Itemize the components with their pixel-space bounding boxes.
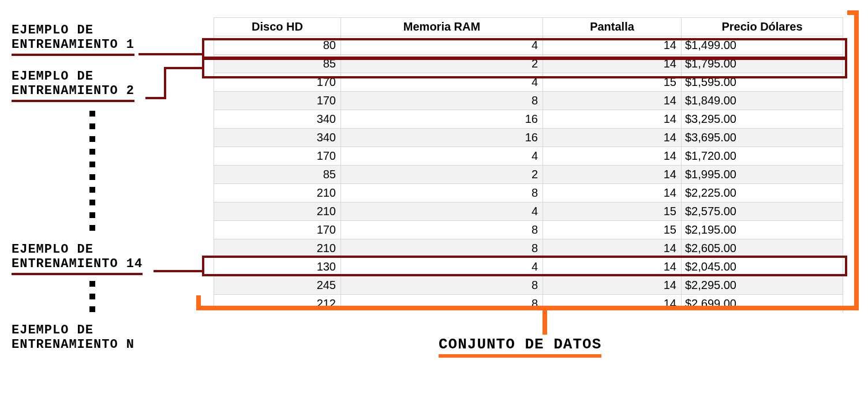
cell-ram: 16 <box>341 129 543 147</box>
cell-ram: 8 <box>341 276 543 295</box>
table-row: 3401614$3,695.00 <box>214 129 843 147</box>
table-row: 80414$1,499.00 <box>214 36 843 55</box>
dataset-table-wrap: Disco HD Memoria RAM Pantalla Precio Dól… <box>214 17 843 313</box>
bracket-bottom-left-stub <box>196 295 201 310</box>
table-row: 170414$1,720.00 <box>214 147 843 166</box>
training-example-1-label: EJEMPLO DE ENTRENAMIENTO 1 <box>12 23 196 56</box>
cell-hd: 210 <box>214 239 341 258</box>
cell-precio: $2,225.00 <box>682 184 843 202</box>
cell-hd: 340 <box>214 129 341 147</box>
label-text: ENTRENAMIENTO N <box>12 337 134 352</box>
cell-precio: $1,720.00 <box>682 147 843 166</box>
cell-precio: $1,595.00 <box>682 73 843 92</box>
leader-line <box>139 53 202 55</box>
cell-pantalla: 14 <box>543 258 682 276</box>
label-text: ENTRENAMIENTO 1 <box>12 37 134 52</box>
cell-hd: 170 <box>214 221 341 239</box>
table-row: 85214$1,995.00 <box>214 166 843 184</box>
cell-pantalla: 14 <box>543 36 682 55</box>
label-text: EJEMPLO DE <box>12 69 93 84</box>
cell-ram: 4 <box>341 36 543 55</box>
label-text: ENTRENAMIENTO 2 <box>12 84 134 98</box>
cell-hd: 170 <box>214 92 341 110</box>
cell-hd: 210 <box>214 184 341 202</box>
cell-pantalla: 14 <box>543 166 682 184</box>
cell-hd: 85 <box>214 55 341 73</box>
cell-hd: 85 <box>214 166 341 184</box>
cell-pantalla: 14 <box>543 239 682 258</box>
cell-hd: 340 <box>214 110 341 129</box>
cell-hd: 170 <box>214 73 341 92</box>
cell-ram: 2 <box>341 166 543 184</box>
table-row: 85214$1,795.00 <box>214 55 843 73</box>
cell-precio: $2,295.00 <box>682 276 843 295</box>
cell-pantalla: 15 <box>543 202 682 221</box>
col-header-ram: Memoria RAM <box>341 18 543 36</box>
cell-pantalla: 14 <box>543 276 682 295</box>
table-row: 210415$2,575.00 <box>214 202 843 221</box>
bracket-right <box>854 10 859 310</box>
table-row: 170815$2,195.00 <box>214 221 843 239</box>
cell-hd: 170 <box>214 147 341 166</box>
cell-pantalla: 14 <box>543 92 682 110</box>
col-header-pantalla: Pantalla <box>543 18 682 36</box>
col-header-precio: Precio Dólares <box>682 18 843 36</box>
cell-precio: $1,995.00 <box>682 166 843 184</box>
table-row: 130414$2,045.00 <box>214 258 843 276</box>
table-row: 210814$2,605.00 <box>214 239 843 258</box>
cell-ram: 4 <box>341 202 543 221</box>
cell-ram: 16 <box>341 110 543 129</box>
cell-precio: $2,045.00 <box>682 258 843 276</box>
leader-line <box>164 67 166 99</box>
dataset-caption: CONJUNTO DE DATOS <box>439 336 601 354</box>
table-row: 170814$1,849.00 <box>214 92 843 110</box>
cell-precio: $1,849.00 <box>682 92 843 110</box>
cell-ram: 4 <box>341 73 543 92</box>
cell-pantalla: 14 <box>543 110 682 129</box>
cell-ram: 8 <box>341 239 543 258</box>
bracket-bottom <box>196 306 859 310</box>
ellipsis-dots <box>87 104 98 238</box>
cell-ram: 2 <box>341 55 543 73</box>
cell-pantalla: 14 <box>543 184 682 202</box>
cell-precio: $1,499.00 <box>682 36 843 55</box>
cell-pantalla: 14 <box>543 147 682 166</box>
leader-line <box>145 97 166 99</box>
cell-hd: 245 <box>214 276 341 295</box>
cell-precio: $2,575.00 <box>682 202 843 221</box>
label-text: ENTRENAMIENTO 14 <box>12 257 143 271</box>
cell-ram: 8 <box>341 92 543 110</box>
dataset-table: Disco HD Memoria RAM Pantalla Precio Dól… <box>214 17 843 313</box>
cell-precio: $3,695.00 <box>682 129 843 147</box>
table-row: 3401614$3,295.00 <box>214 110 843 129</box>
table-row: 245814$2,295.00 <box>214 276 843 295</box>
cell-pantalla: 14 <box>543 129 682 147</box>
label-text: EJEMPLO DE <box>12 242 93 257</box>
col-header-hd: Disco HD <box>214 18 341 36</box>
cell-ram: 8 <box>341 221 543 239</box>
cell-hd: 130 <box>214 258 341 276</box>
label-text: EJEMPLO DE <box>12 323 93 337</box>
training-example-n-label: EJEMPLO DE ENTRENAMIENTO N <box>12 323 196 352</box>
cell-ram: 8 <box>341 184 543 202</box>
cell-precio: $3,295.00 <box>682 110 843 129</box>
table-row: 210814$2,225.00 <box>214 184 843 202</box>
cell-precio: $2,605.00 <box>682 239 843 258</box>
leader-line <box>164 67 202 69</box>
cell-ram: 4 <box>341 147 543 166</box>
cell-pantalla: 14 <box>543 55 682 73</box>
cell-hd: 210 <box>214 202 341 221</box>
leader-line <box>154 270 202 272</box>
cell-pantalla: 15 <box>543 221 682 239</box>
cell-precio: $1,795.00 <box>682 55 843 73</box>
table-row: 170415$1,595.00 <box>214 73 843 92</box>
cell-hd: 80 <box>214 36 341 55</box>
training-example-2-label: EJEMPLO DE ENTRENAMIENTO 2 <box>12 69 196 102</box>
cell-pantalla: 15 <box>543 73 682 92</box>
caption-text: CONJUNTO DE DATOS <box>439 336 601 358</box>
bracket-center-drop <box>542 306 547 335</box>
table-header-row: Disco HD Memoria RAM Pantalla Precio Dól… <box>214 18 843 36</box>
cell-precio: $2,195.00 <box>682 221 843 239</box>
label-text: EJEMPLO DE <box>12 23 93 37</box>
ellipsis-dots <box>87 274 98 319</box>
